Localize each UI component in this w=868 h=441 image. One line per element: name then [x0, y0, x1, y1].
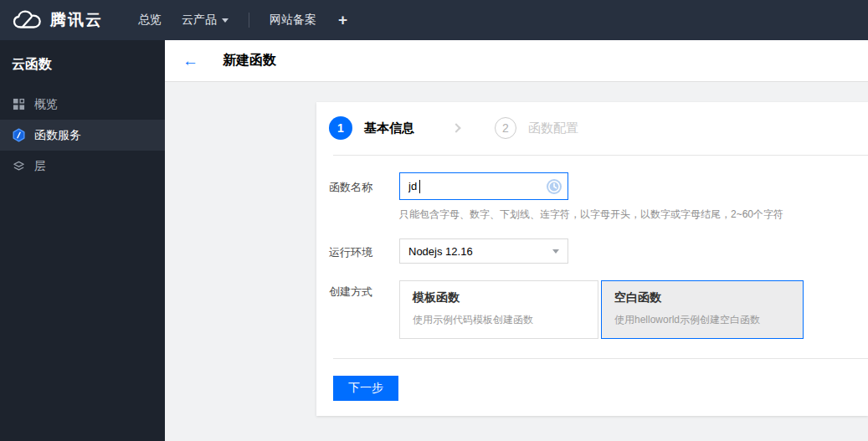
creation-options: 模板函数 使用示例代码模板创建函数 空白函数 使用helloworld示例创建空…: [399, 280, 804, 339]
step-2-label: 函数配置: [528, 121, 578, 136]
runtime-label: 运行环境: [329, 238, 399, 264]
function-name-row: 函数名称: [329, 172, 868, 222]
step-1-circle: 1: [329, 116, 352, 140]
page-header: ← 新建函数: [165, 40, 868, 82]
topnav-item-website-icp[interactable]: 网站备案: [259, 0, 326, 40]
sidebar-item-label: 层: [34, 159, 46, 174]
section-divider: [333, 358, 868, 359]
function-name-input[interactable]: [399, 172, 568, 200]
layers-icon: [12, 159, 26, 173]
scf-hexagon-icon: [12, 128, 26, 142]
grid-icon: [12, 97, 26, 111]
back-arrow-icon[interactable]: ←: [182, 53, 198, 69]
step-indicator: 1 基本信息 2 函数配置: [316, 102, 868, 140]
create-function-card: 1 基本信息 2 函数配置 函数名称: [316, 102, 868, 416]
creation-method-row: 创建方式 模板函数 使用示例代码模板创建函数 空白函数 使用helloworld…: [329, 280, 868, 339]
topnav-divider: [249, 13, 249, 28]
creation-method-label: 创建方式: [329, 280, 399, 339]
tencent-cloud-logo[interactable]: 腾讯云: [12, 9, 103, 31]
add-tab-button[interactable]: +: [326, 0, 359, 40]
sidebar-item-layers[interactable]: 层: [0, 151, 165, 182]
topnav-item-cloud-products[interactable]: 云产品: [172, 0, 239, 40]
chevron-down-icon: [222, 18, 229, 23]
blank-function-desc: 使用helloworld示例创建空白函数: [614, 313, 790, 327]
basic-info-form: 函数名称: [316, 156, 868, 339]
topnav-item-overview[interactable]: 总览: [128, 0, 172, 40]
function-name-label: 函数名称: [329, 172, 399, 222]
main-area: ← 新建函数 1 基本信息 2 函数配置 函数名称: [165, 40, 868, 441]
page-title: 新建函数: [223, 52, 276, 69]
chevron-right-icon: [451, 123, 460, 132]
template-function-title: 模板函数: [413, 290, 585, 305]
sidebar-item-label: 函数服务: [34, 128, 81, 143]
step-2-circle: 2: [495, 117, 516, 139]
template-function-card[interactable]: 模板函数 使用示例代码模板创建函数: [399, 280, 598, 339]
blank-function-title: 空白函数: [614, 290, 790, 305]
sidebar-item-label: 概览: [34, 97, 58, 112]
text-cursor: [419, 180, 420, 193]
runtime-row: 运行环境 Nodejs 12.16: [329, 238, 868, 264]
next-step-button[interactable]: 下一步: [333, 376, 398, 401]
sidebar-menu: 概览 函数服务 层: [0, 89, 165, 182]
function-name-input-wrap: [399, 172, 568, 200]
runtime-select[interactable]: Nodejs 12.16: [399, 238, 568, 264]
sidebar-item-overview[interactable]: 概览: [0, 89, 165, 120]
sidebar: 云函数 概览 函数服务: [0, 40, 165, 441]
step-1-label: 基本信息: [364, 121, 414, 136]
top-menu: 总览 云产品 网站备案 +: [126, 0, 359, 40]
template-function-desc: 使用示例代码模板创建函数: [413, 313, 585, 327]
sidebar-item-function-service[interactable]: 函数服务: [0, 120, 165, 151]
content-area: 1 基本信息 2 函数配置 函数名称: [165, 82, 868, 440]
function-name-helper-text: 只能包含字母、数字、下划线、连字符，以字母开头，以数字或字母结尾，2~60个字符: [399, 208, 783, 222]
select-caret-icon: [552, 249, 559, 254]
brand-name: 腾讯云: [50, 9, 103, 31]
sidebar-title: 云函数: [12, 56, 165, 74]
blank-function-card[interactable]: 空白函数 使用helloworld示例创建空白函数: [601, 280, 804, 339]
cloud-logo-icon: [12, 9, 43, 31]
clock-history-icon[interactable]: [546, 178, 562, 195]
runtime-selected-value: Nodejs 12.16: [408, 245, 473, 258]
top-navbar: 腾讯云 总览 云产品 网站备案 +: [0, 0, 868, 40]
